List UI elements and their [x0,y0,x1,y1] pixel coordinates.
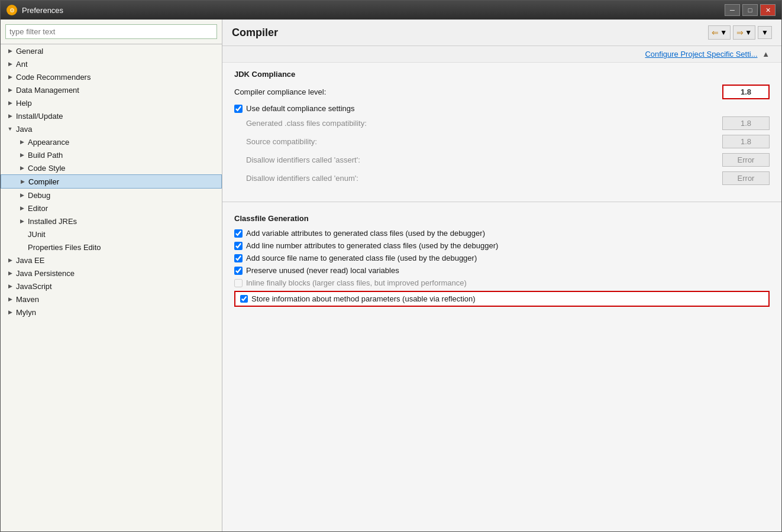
general-label: General [16,47,43,56]
sidebar-item-general[interactable]: ▶General [1,44,222,57]
installed-jres-toggle-icon[interactable]: ▶ [17,216,27,226]
sidebar-item-install-update[interactable]: ▶Install/Update [1,109,222,122]
java-ee-label: Java EE [16,256,44,265]
data-management-toggle-icon[interactable]: ▶ [5,85,15,95]
help-toggle-icon[interactable]: ▶ [5,98,15,108]
menu-arrow-icon: ▼ [761,28,768,37]
sidebar-item-properties-files-editor[interactable]: Properties Files Edito [1,241,222,254]
sidebar-item-installed-jres[interactable]: ▶Installed JREs [1,215,222,228]
editor-toggle-icon[interactable]: ▶ [17,203,27,213]
classfile-option-row-1: Add line number attributes to generated … [234,241,770,250]
forward-arrow-icon: ⇒ [736,28,744,37]
classfile-option-checkbox-1[interactable] [234,242,243,250]
sidebar-item-ant[interactable]: ▶Ant [1,57,222,70]
sidebar-item-build-path[interactable]: ▶Build Path [1,148,222,161]
sidebar-item-appearance[interactable]: ▶Appearance [1,135,222,148]
use-default-checkbox[interactable] [234,105,243,113]
javascript-label: JavaScript [16,282,52,291]
ant-label: Ant [16,60,28,69]
compiler-toggle-icon[interactable]: ▶ [18,177,27,186]
properties-files-editor-label: Properties Files Edito [28,243,101,252]
sidebar-item-compiler[interactable]: ▶Compiler [1,174,222,189]
classfile-option-label-5: Store information about method parameter… [251,294,476,303]
installed-jres-label: Installed JREs [28,217,77,226]
java-label: Java [16,125,32,134]
maximize-button[interactable]: □ [742,4,758,16]
sidebar-item-code-recommenders[interactable]: ▶Code Recommenders [1,70,222,83]
mylyn-toggle-icon[interactable]: ▶ [5,307,15,317]
sidebar-item-javascript[interactable]: ▶JavaScript [1,280,222,293]
java-persistence-label: Java Persistence [16,269,75,278]
forward-button[interactable]: ⇒ ▼ [733,25,755,40]
editor-label: Editor [28,204,48,213]
use-default-row: Use default compliance settings [234,104,770,113]
compliance-level-value[interactable]: 1.8 [722,85,770,99]
jdk-field-label-1: Source compatibility: [246,137,699,146]
maven-label: Maven [16,295,39,304]
jdk-field-row-1: Source compatibility:1.8 [246,135,770,148]
sidebar-item-junit[interactable]: JUnit [1,228,222,241]
jdk-field-row-2: Disallow identifiers called 'assert':Err… [246,153,770,167]
mylyn-label: Mylyn [16,308,36,317]
classfile-option-checkbox-3[interactable] [234,267,243,275]
debug-toggle-icon[interactable]: ▶ [17,190,27,200]
filter-box [1,20,222,44]
jdk-field-value-area-1: 1.8 [699,135,770,148]
javascript-toggle-icon[interactable]: ▶ [5,281,15,291]
back-dropdown-icon[interactable]: ▼ [720,28,727,37]
classfile-option-row-0: Add variable attributes to generated cla… [234,229,770,238]
classfile-option-label-3: Preserve unused (never read) local varia… [246,266,399,275]
build-path-label: Build Path [28,151,63,160]
panel-title: Compiler [232,27,278,39]
install-update-toggle-icon[interactable]: ▶ [5,111,15,121]
panel-header: Compiler ⇐ ▼ ⇒ ▼ ▼ [222,20,781,46]
sidebar-item-maven[interactable]: ▶Maven [1,293,222,306]
classfile-option-checkbox-0[interactable] [234,229,243,238]
sidebar-item-java-persistence[interactable]: ▶Java Persistence [1,267,222,280]
sidebar-item-help[interactable]: ▶Help [1,96,222,109]
forward-dropdown-icon[interactable]: ▼ [745,28,752,37]
code-recommenders-toggle-icon[interactable]: ▶ [5,72,15,82]
sidebar-item-java[interactable]: ▼Java [1,122,222,135]
preferences-icon: ⚙ [7,5,17,15]
filter-input[interactable] [5,24,217,39]
jdk-field-value-area-2: Error [699,153,770,167]
close-button[interactable]: ✕ [760,4,775,16]
properties-files-editor-toggle-icon [17,242,27,252]
minimize-button[interactable]: ─ [725,4,740,16]
panel-content: Configure Project Specific Setti... ▲ JD… [222,46,781,531]
window-content: ▶General▶Ant▶Code Recommenders▶Data Mana… [1,20,781,531]
highlighted-option-wrapper: Store information about method parameter… [234,291,770,307]
general-toggle-icon[interactable]: ▶ [5,46,15,56]
debug-label: Debug [28,191,50,200]
java-toggle-icon[interactable]: ▼ [5,124,15,134]
jdk-compliance-title: JDK Compliance [234,70,770,79]
sidebar-item-data-management[interactable]: ▶Data Management [1,83,222,96]
jdk-field-row-3: Disallow identifiers called 'enum':Error [246,171,770,185]
classfile-option-label-2: Add source file name to generated class … [246,254,477,262]
sidebar-item-java-ee[interactable]: ▶Java EE [1,254,222,267]
classfile-generation-title: Classfile Generation [234,214,770,223]
java-persistence-toggle-icon[interactable]: ▶ [5,268,15,278]
compliance-level-row: Compiler compliance level: 1.8 [234,85,770,99]
jdk-compliance-section: JDK Compliance Compiler compliance level… [222,63,781,197]
build-path-toggle-icon[interactable]: ▶ [17,150,27,160]
maven-toggle-icon[interactable]: ▶ [5,294,15,304]
back-button[interactable]: ⇐ ▼ [708,25,731,40]
classfile-option-checkbox-5[interactable] [240,295,248,303]
sidebar-item-editor[interactable]: ▶Editor [1,202,222,215]
use-default-label: Use default compliance settings [246,104,355,113]
code-style-toggle-icon[interactable]: ▶ [17,163,27,173]
menu-button[interactable]: ▼ [758,26,772,39]
junit-label: JUnit [28,230,46,239]
java-ee-toggle-icon[interactable]: ▶ [5,255,15,265]
sidebar-item-mylyn[interactable]: ▶Mylyn [1,306,222,319]
configure-link[interactable]: Configure Project Specific Setti... [645,50,757,59]
sidebar-item-debug[interactable]: ▶Debug [1,189,222,202]
sidebar-item-code-style[interactable]: ▶Code Style [1,161,222,174]
configure-link-scroll-indicator: ▲ [762,50,770,59]
configure-link-area: Configure Project Specific Setti... ▲ [222,46,781,63]
appearance-toggle-icon[interactable]: ▶ [17,137,27,147]
ant-toggle-icon[interactable]: ▶ [5,59,15,69]
classfile-option-checkbox-2[interactable] [234,254,243,262]
